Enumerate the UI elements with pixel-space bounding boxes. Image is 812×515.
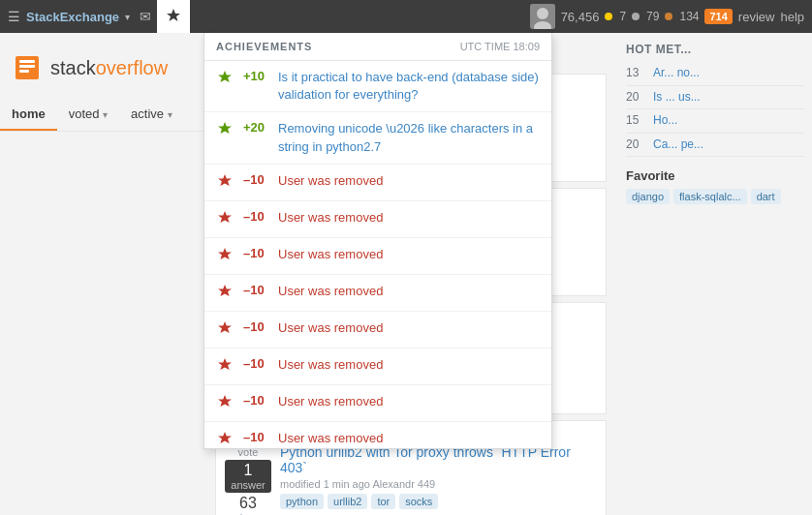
active-arrow: ▾ — [168, 109, 172, 120]
hot-meta-item: 20Ca... pe... — [626, 134, 804, 158]
silver-badge-count: 79 — [646, 10, 659, 23]
right-sidebar: HOT MET... 13Ar... no...20Is ... us...15… — [618, 33, 812, 515]
achievement-delta: –10 — [243, 430, 272, 444]
answer-count: 1answer — [225, 460, 270, 493]
achievement-text: Removing unicode \u2026 like characters … — [278, 120, 540, 155]
achievement-text: Is it practical to have back-end (databa… — [278, 69, 540, 104]
achievement-text: User was removed — [278, 430, 383, 447]
favorite-tags: djangoflask-sqlalc...dart — [626, 189, 804, 204]
achievements-title: ACHIEVEMENTS — [216, 41, 312, 52]
tab-voted[interactable]: voted ▾ — [57, 99, 119, 131]
stack-exchange-brand[interactable]: StackExchange — [26, 10, 119, 24]
achievement-text: User was removed — [278, 283, 383, 300]
achievement-trophy-icon — [216, 320, 235, 340]
sidebar: stackoverflow home voted ▾ active ▾ — [0, 33, 203, 515]
view-count: 63views — [234, 495, 262, 515]
tag[interactable]: tor — [371, 494, 395, 509]
hot-meta-link[interactable]: Ca... pe... — [653, 137, 703, 153]
achievement-trophy-icon — [216, 70, 235, 89]
achievement-trophy-icon — [216, 284, 235, 303]
hamburger-icon[interactable]: ☰ — [8, 9, 20, 24]
hot-meta-link[interactable]: Ar... no... — [653, 66, 700, 81]
help-link[interactable]: help — [780, 10, 804, 24]
question-tags: pythonurllib2torsocks — [280, 494, 598, 509]
achievements-dropdown: ACHIEVEMENTS UTC TIME 18:09 +10Is it pra… — [203, 33, 552, 449]
achievement-text: User was removed — [278, 356, 383, 374]
so-logo[interactable]: stackoverflow — [0, 52, 203, 99]
achievement-delta: –10 — [243, 319, 272, 334]
achievement-delta: –10 — [243, 283, 272, 297]
achievement-text: User was removed — [278, 209, 383, 227]
hot-meta-item: 13Ar... no... — [626, 62, 804, 86]
hot-meta-title: HOT MET... — [626, 43, 804, 56]
so-logo-text: stackoverflow — [50, 57, 168, 79]
achievement-item[interactable]: +10Is it practical to have back-end (dat… — [204, 61, 551, 112]
achievement-item[interactable]: –10User was removed — [204, 312, 551, 348]
notification-badge[interactable]: 714 — [704, 9, 732, 24]
achievement-text: User was removed — [278, 172, 383, 190]
review-link[interactable]: review — [738, 10, 775, 24]
silver-badge-dot — [632, 13, 640, 20]
achievement-delta: –10 — [243, 209, 272, 224]
favorite-tag[interactable]: django — [626, 189, 670, 204]
achievement-item[interactable]: –10User was removed — [204, 238, 551, 275]
hot-meta-count: 13 — [626, 66, 647, 79]
achievement-trophy-icon — [216, 210, 235, 229]
voted-arrow: ▾ — [103, 109, 108, 120]
gold-badge-count: 7 — [619, 10, 626, 23]
achievement-trophy-icon — [216, 121, 235, 140]
nav-tabs: home voted ▾ active ▾ — [0, 99, 203, 132]
tag[interactable]: urllib2 — [328, 494, 367, 509]
svg-rect-6 — [19, 70, 29, 73]
hot-meta-count: 20 — [626, 137, 647, 151]
achievements-header: ACHIEVEMENTS UTC TIME 18:09 — [204, 33, 551, 61]
nav-left: ☰ StackExchange ▾ ✉ — [8, 0, 190, 33]
achievement-item[interactable]: –10User was removed — [204, 165, 551, 201]
mail-icon[interactable]: ✉ — [140, 9, 151, 24]
achievement-trophy-icon — [216, 431, 235, 448]
svg-rect-4 — [19, 60, 35, 63]
favorites-title: Favorite — [626, 168, 804, 183]
so-logo-icon — [12, 52, 43, 83]
bronze-badge-count: 134 — [679, 10, 699, 23]
achievement-delta: +20 — [243, 120, 272, 135]
achievement-delta: +10 — [243, 69, 272, 83]
achievement-item[interactable]: –10User was removed — [204, 275, 551, 312]
achievements-list[interactable]: +10Is it practical to have back-end (dat… — [204, 61, 551, 448]
favorite-tag[interactable]: dart — [751, 189, 781, 204]
brand-dropdown-icon[interactable]: ▾ — [125, 12, 130, 22]
achievement-trophy-icon — [216, 247, 235, 266]
tab-home[interactable]: home — [0, 99, 57, 131]
hot-meta-link[interactable]: Is ... us... — [653, 90, 701, 106]
achievement-text: User was removed — [278, 393, 383, 410]
so-logo-overflow: overflow — [96, 57, 168, 78]
achievement-text: User was removed — [278, 246, 383, 263]
achievements-button[interactable] — [157, 0, 190, 33]
hot-meta-item: 20Is ... us... — [626, 86, 804, 110]
hot-meta-count: 20 — [626, 90, 647, 104]
nav-right: 76,456 7 79 134 714 review help — [530, 4, 804, 29]
achievement-item[interactable]: –10User was removed — [204, 385, 551, 422]
tag[interactable]: socks — [399, 494, 438, 509]
svg-point-1 — [537, 8, 548, 19]
achievement-item[interactable]: –10User was removed — [204, 422, 551, 448]
achievement-trophy-icon — [216, 173, 235, 193]
favorite-tag[interactable]: flask-sqlalc... — [673, 189, 747, 204]
hot-meta-count: 15 — [626, 113, 647, 127]
avatar[interactable] — [530, 4, 555, 29]
achievement-delta: –10 — [243, 172, 272, 187]
hot-meta-link[interactable]: Ho... — [653, 113, 677, 129]
tag[interactable]: python — [280, 494, 324, 509]
achievement-item[interactable]: –10User was removed — [204, 348, 551, 385]
achievement-item[interactable]: –10User was removed — [204, 201, 551, 238]
gold-badge-dot — [605, 13, 612, 20]
hot-meta-item: 15Ho... — [626, 109, 804, 134]
question-meta: modified 1 min ago Alexandr 449 — [280, 478, 598, 490]
achievement-delta: –10 — [243, 246, 272, 260]
tab-active[interactable]: active ▾ — [119, 99, 184, 131]
svg-rect-5 — [19, 65, 35, 68]
achievements-time: UTC TIME 18:09 — [460, 41, 540, 52]
achievement-delta: –10 — [243, 356, 272, 371]
achievement-trophy-icon — [216, 357, 235, 377]
achievement-item[interactable]: +20Removing unicode \u2026 like characte… — [204, 112, 551, 164]
